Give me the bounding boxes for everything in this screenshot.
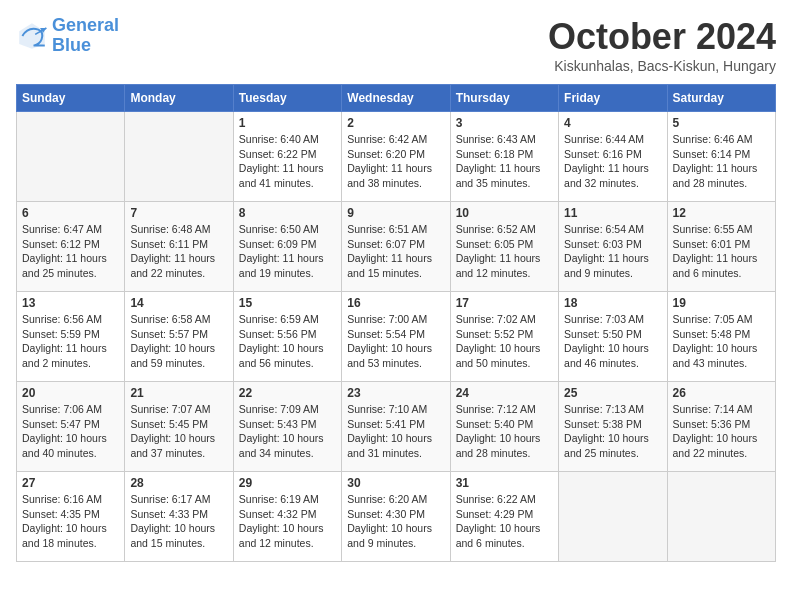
calendar-cell: 28Sunrise: 6:17 AM Sunset: 4:33 PM Dayli… [125,472,233,562]
day-number: 5 [673,116,770,130]
day-info: Sunrise: 6:52 AM Sunset: 6:05 PM Dayligh… [456,222,553,281]
calendar-cell: 31Sunrise: 6:22 AM Sunset: 4:29 PM Dayli… [450,472,558,562]
day-number: 10 [456,206,553,220]
calendar-cell: 12Sunrise: 6:55 AM Sunset: 6:01 PM Dayli… [667,202,775,292]
day-info: Sunrise: 6:54 AM Sunset: 6:03 PM Dayligh… [564,222,661,281]
day-info: Sunrise: 7:14 AM Sunset: 5:36 PM Dayligh… [673,402,770,461]
day-number: 17 [456,296,553,310]
calendar-cell [559,472,667,562]
day-number: 22 [239,386,336,400]
calendar-cell: 21Sunrise: 7:07 AM Sunset: 5:45 PM Dayli… [125,382,233,472]
day-info: Sunrise: 6:17 AM Sunset: 4:33 PM Dayligh… [130,492,227,551]
day-number: 23 [347,386,444,400]
calendar-cell [125,112,233,202]
day-info: Sunrise: 7:02 AM Sunset: 5:52 PM Dayligh… [456,312,553,371]
day-info: Sunrise: 7:00 AM Sunset: 5:54 PM Dayligh… [347,312,444,371]
calendar-cell: 6Sunrise: 6:47 AM Sunset: 6:12 PM Daylig… [17,202,125,292]
day-number: 27 [22,476,119,490]
day-info: Sunrise: 6:43 AM Sunset: 6:18 PM Dayligh… [456,132,553,191]
day-header-monday: Monday [125,85,233,112]
day-number: 8 [239,206,336,220]
calendar-week-row: 6Sunrise: 6:47 AM Sunset: 6:12 PM Daylig… [17,202,776,292]
day-header-sunday: Sunday [17,85,125,112]
calendar-cell: 27Sunrise: 6:16 AM Sunset: 4:35 PM Dayli… [17,472,125,562]
day-info: Sunrise: 6:42 AM Sunset: 6:20 PM Dayligh… [347,132,444,191]
day-number: 30 [347,476,444,490]
calendar-cell: 16Sunrise: 7:00 AM Sunset: 5:54 PM Dayli… [342,292,450,382]
day-number: 20 [22,386,119,400]
day-number: 19 [673,296,770,310]
logo-text: General Blue [52,16,119,56]
day-header-friday: Friday [559,85,667,112]
day-number: 29 [239,476,336,490]
day-header-thursday: Thursday [450,85,558,112]
day-info: Sunrise: 6:44 AM Sunset: 6:16 PM Dayligh… [564,132,661,191]
calendar-cell [667,472,775,562]
day-number: 11 [564,206,661,220]
calendar-cell: 11Sunrise: 6:54 AM Sunset: 6:03 PM Dayli… [559,202,667,292]
day-number: 9 [347,206,444,220]
day-number: 15 [239,296,336,310]
day-number: 18 [564,296,661,310]
day-number: 2 [347,116,444,130]
calendar-week-row: 20Sunrise: 7:06 AM Sunset: 5:47 PM Dayli… [17,382,776,472]
calendar-cell: 14Sunrise: 6:58 AM Sunset: 5:57 PM Dayli… [125,292,233,382]
calendar-cell: 4Sunrise: 6:44 AM Sunset: 6:16 PM Daylig… [559,112,667,202]
day-number: 1 [239,116,336,130]
day-info: Sunrise: 7:06 AM Sunset: 5:47 PM Dayligh… [22,402,119,461]
calendar-cell: 22Sunrise: 7:09 AM Sunset: 5:43 PM Dayli… [233,382,341,472]
day-info: Sunrise: 7:10 AM Sunset: 5:41 PM Dayligh… [347,402,444,461]
calendar-week-row: 27Sunrise: 6:16 AM Sunset: 4:35 PM Dayli… [17,472,776,562]
day-number: 24 [456,386,553,400]
day-header-wednesday: Wednesday [342,85,450,112]
calendar-cell: 17Sunrise: 7:02 AM Sunset: 5:52 PM Dayli… [450,292,558,382]
calendar-header-row: SundayMondayTuesdayWednesdayThursdayFrid… [17,85,776,112]
day-info: Sunrise: 6:20 AM Sunset: 4:30 PM Dayligh… [347,492,444,551]
day-info: Sunrise: 7:07 AM Sunset: 5:45 PM Dayligh… [130,402,227,461]
day-info: Sunrise: 7:12 AM Sunset: 5:40 PM Dayligh… [456,402,553,461]
title-block: October 2024 Kiskunhalas, Bacs-Kiskun, H… [548,16,776,74]
calendar-table: SundayMondayTuesdayWednesdayThursdayFrid… [16,84,776,562]
calendar-cell: 3Sunrise: 6:43 AM Sunset: 6:18 PM Daylig… [450,112,558,202]
day-number: 6 [22,206,119,220]
day-info: Sunrise: 6:48 AM Sunset: 6:11 PM Dayligh… [130,222,227,281]
day-info: Sunrise: 6:47 AM Sunset: 6:12 PM Dayligh… [22,222,119,281]
day-info: Sunrise: 7:13 AM Sunset: 5:38 PM Dayligh… [564,402,661,461]
day-info: Sunrise: 7:05 AM Sunset: 5:48 PM Dayligh… [673,312,770,371]
day-number: 25 [564,386,661,400]
location-subtitle: Kiskunhalas, Bacs-Kiskun, Hungary [548,58,776,74]
calendar-cell: 9Sunrise: 6:51 AM Sunset: 6:07 PM Daylig… [342,202,450,292]
day-info: Sunrise: 6:40 AM Sunset: 6:22 PM Dayligh… [239,132,336,191]
day-number: 21 [130,386,227,400]
day-info: Sunrise: 6:16 AM Sunset: 4:35 PM Dayligh… [22,492,119,551]
day-info: Sunrise: 6:50 AM Sunset: 6:09 PM Dayligh… [239,222,336,281]
day-info: Sunrise: 6:51 AM Sunset: 6:07 PM Dayligh… [347,222,444,281]
day-info: Sunrise: 6:58 AM Sunset: 5:57 PM Dayligh… [130,312,227,371]
calendar-cell: 18Sunrise: 7:03 AM Sunset: 5:50 PM Dayli… [559,292,667,382]
calendar-cell: 15Sunrise: 6:59 AM Sunset: 5:56 PM Dayli… [233,292,341,382]
day-number: 16 [347,296,444,310]
day-number: 4 [564,116,661,130]
calendar-cell: 7Sunrise: 6:48 AM Sunset: 6:11 PM Daylig… [125,202,233,292]
logo-icon [16,20,48,52]
calendar-cell: 24Sunrise: 7:12 AM Sunset: 5:40 PM Dayli… [450,382,558,472]
calendar-cell [17,112,125,202]
day-info: Sunrise: 6:55 AM Sunset: 6:01 PM Dayligh… [673,222,770,281]
day-header-tuesday: Tuesday [233,85,341,112]
calendar-cell: 30Sunrise: 6:20 AM Sunset: 4:30 PM Dayli… [342,472,450,562]
day-number: 7 [130,206,227,220]
day-info: Sunrise: 7:03 AM Sunset: 5:50 PM Dayligh… [564,312,661,371]
month-title: October 2024 [548,16,776,58]
logo: General Blue [16,16,119,56]
calendar-cell: 2Sunrise: 6:42 AM Sunset: 6:20 PM Daylig… [342,112,450,202]
day-number: 3 [456,116,553,130]
calendar-cell: 10Sunrise: 6:52 AM Sunset: 6:05 PM Dayli… [450,202,558,292]
day-number: 28 [130,476,227,490]
calendar-cell: 19Sunrise: 7:05 AM Sunset: 5:48 PM Dayli… [667,292,775,382]
day-info: Sunrise: 6:59 AM Sunset: 5:56 PM Dayligh… [239,312,336,371]
day-number: 13 [22,296,119,310]
calendar-cell: 13Sunrise: 6:56 AM Sunset: 5:59 PM Dayli… [17,292,125,382]
day-number: 12 [673,206,770,220]
calendar-cell: 5Sunrise: 6:46 AM Sunset: 6:14 PM Daylig… [667,112,775,202]
calendar-week-row: 13Sunrise: 6:56 AM Sunset: 5:59 PM Dayli… [17,292,776,382]
